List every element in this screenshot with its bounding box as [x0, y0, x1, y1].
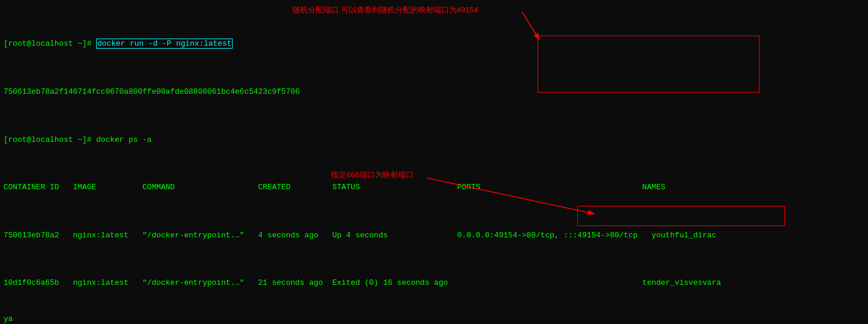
line-6: 10d1f0c6a65b nginx:latest "/docker-entry… — [4, 277, 864, 289]
annotation-random-port: 随机分配端口 可以查看到随机分配的映射端口为49154 — [292, 5, 478, 15]
line-5: 750613eb78a2 nginx:latest "/docker-entry… — [4, 230, 864, 242]
line-1: [root@localhost ~]# docker run -d -P ngi… — [4, 38, 864, 50]
cmd-1: docker run -d -P nginx:latest — [96, 39, 233, 49]
line-6b: ya — [4, 313, 864, 324]
annotation-port-666: 指定666端口为映射端口 — [331, 170, 414, 180]
prompt-1: [root@localhost ~]# — [4, 39, 96, 48]
line-3: [root@localhost ~]# docker ps -a — [4, 134, 864, 146]
terminal: [root@localhost ~]# docker run -d -P ngi… — [0, 0, 868, 324]
line-4: CONTAINER ID IMAGE COMMAND CREATED STATU… — [4, 182, 864, 193]
line-2: 750613eb78a2f140714fcc0670a800ffe00afde0… — [4, 86, 864, 98]
